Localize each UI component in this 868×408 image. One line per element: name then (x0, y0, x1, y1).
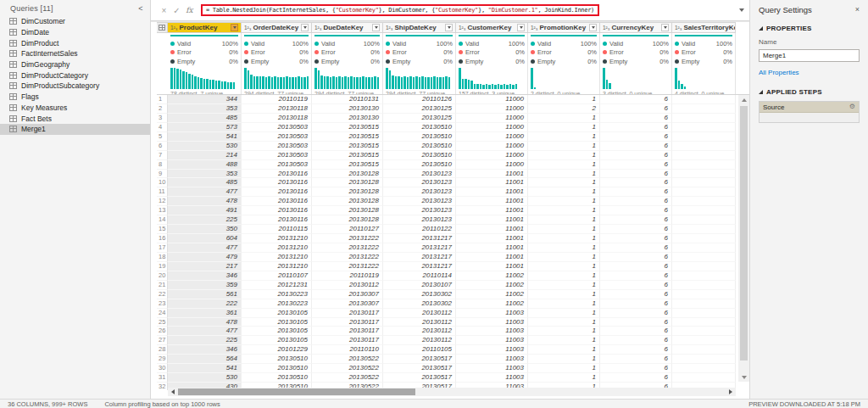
grid-cell[interactable]: 6 (600, 114, 672, 123)
grid-cell[interactable]: 6 (600, 178, 672, 187)
grid-cell[interactable]: 11001 (456, 243, 528, 253)
expand-formula-bar-icon[interactable] (739, 8, 744, 12)
grid-cell[interactable]: 20130510 (383, 123, 456, 132)
value-distribution-histogram[interactable] (603, 68, 669, 89)
sidebar-item-factinternetsales[interactable]: FactInternetSales (0, 48, 150, 59)
grid-cell[interactable] (672, 336, 736, 345)
grid-cell[interactable] (672, 151, 736, 160)
grid-cell[interactable]: 217 (168, 262, 242, 271)
column-header-DueDateKey[interactable]: 1²₃DueDateKey (312, 22, 383, 33)
grid-cell[interactable]: 6 (600, 281, 672, 290)
grid-cell[interactable]: 20130503 (242, 160, 312, 170)
grid-cell[interactable]: 6 (600, 104, 672, 114)
grid-cell[interactable]: 11000 (456, 160, 528, 170)
grid-cell[interactable]: 11001 (456, 215, 528, 225)
scroll-down-icon[interactable] (738, 372, 749, 382)
grid-cell[interactable] (672, 104, 736, 114)
grid-cell[interactable]: 477 (168, 187, 242, 197)
grid-cell[interactable]: 6 (600, 262, 672, 271)
grid-cell[interactable] (672, 123, 736, 132)
column-header-CustomerKey[interactable]: 1²₃CustomerKey (456, 22, 528, 33)
grid-cell[interactable]: 6 (600, 142, 672, 151)
grid-cell[interactable]: 1 (528, 290, 600, 299)
grid-cell[interactable]: 1 (528, 225, 600, 234)
grid-cell[interactable]: 20130130 (312, 114, 383, 123)
grid-cell[interactable]: 20130510 (242, 355, 312, 364)
grid-cell[interactable]: 6 (600, 345, 672, 355)
grid-cell[interactable]: 20130517 (383, 364, 456, 373)
grid-cell[interactable]: 1 (528, 271, 600, 281)
grid-cell[interactable]: 6 (600, 327, 672, 336)
grid-cell[interactable]: 6 (600, 132, 672, 142)
grid-cell[interactable] (672, 132, 736, 142)
grid-cell[interactable]: 20101229 (242, 345, 312, 355)
grid-cell[interactable]: 20130522 (312, 355, 383, 364)
grid-cell[interactable]: 20130503 (242, 151, 312, 160)
grid-cell[interactable]: 20130128 (312, 206, 383, 215)
horizontal-scrollbar[interactable] (168, 388, 736, 396)
grid-cell[interactable]: 1 (528, 132, 600, 142)
grid-cell[interactable]: 20130125 (383, 104, 456, 114)
grid-cell[interactable]: 20130123 (383, 170, 456, 179)
grid-cell[interactable]: 11000 (456, 114, 528, 123)
grid-cell[interactable]: 6 (600, 170, 672, 179)
grid-cell[interactable]: 11000 (456, 151, 528, 160)
grid-cell[interactable]: 11002 (456, 271, 528, 281)
grid-cell[interactable]: 20131217 (383, 243, 456, 253)
grid-cell[interactable]: 20130118 (242, 104, 312, 114)
grid-cell[interactable] (672, 253, 736, 262)
grid-cell[interactable]: 20131217 (383, 234, 456, 243)
grid-cell[interactable]: 20110114 (383, 271, 456, 281)
grid-cell[interactable]: 20130307 (312, 299, 383, 309)
grid-cell[interactable]: 6 (600, 151, 672, 160)
grid-cell[interactable] (672, 160, 736, 170)
grid-cell[interactable]: 20130116 (242, 170, 312, 179)
grid-cell[interactable]: 20121231 (242, 281, 312, 290)
grid-cell[interactable]: 20130515 (312, 151, 383, 160)
grid-cell[interactable]: 1 (528, 364, 600, 373)
grid-cell[interactable]: 20131210 (242, 262, 312, 271)
grid-cell[interactable]: 6 (600, 299, 672, 309)
grid-cell[interactable]: 20130112 (383, 336, 456, 345)
query-name-input[interactable] (759, 49, 860, 62)
grid-cell[interactable]: 530 (168, 373, 242, 383)
grid-cell[interactable]: 1 (528, 95, 600, 104)
collapse-pane-icon[interactable]: < (136, 4, 145, 13)
grid-cell[interactable]: 20110105 (383, 345, 456, 355)
grid-cell[interactable]: 1 (528, 309, 600, 318)
grid-cell[interactable]: 1 (528, 262, 600, 271)
grid-cell[interactable] (672, 364, 736, 373)
applied-steps-section-header[interactable]: APPLIED STEPS (759, 88, 860, 96)
grid-cell[interactable]: 11001 (456, 178, 528, 187)
grid-cell[interactable]: 6 (600, 234, 672, 243)
grid-cell[interactable]: 11001 (456, 206, 528, 215)
grid-cell[interactable] (672, 215, 736, 225)
grid-cell[interactable]: 6 (600, 373, 672, 383)
grid-cell[interactable]: 6 (600, 271, 672, 281)
fx-icon[interactable]: fx (183, 6, 196, 14)
grid-cell[interactable]: 1 (528, 243, 600, 253)
grid-cell[interactable]: 6 (600, 355, 672, 364)
grid-cell[interactable]: 20130223 (242, 290, 312, 299)
filter-dropdown-icon[interactable] (589, 24, 597, 31)
grid-cell[interactable]: 1 (528, 299, 600, 309)
grid-cell[interactable]: 11002 (456, 299, 528, 309)
sidebar-item-dimgeography[interactable]: DimGeography (0, 59, 150, 70)
grid-cell[interactable]: 11003 (456, 345, 528, 355)
grid-cell[interactable]: 20130107 (383, 281, 456, 290)
grid-cell[interactable]: 488 (168, 160, 242, 170)
grid-cell[interactable]: 1 (528, 215, 600, 225)
grid-cell[interactable]: 20130116 (242, 178, 312, 187)
grid-cell[interactable]: 1 (528, 327, 600, 336)
grid-cell[interactable] (672, 355, 736, 364)
grid-cell[interactable]: 11000 (456, 95, 528, 104)
grid-cell[interactable]: 6 (600, 309, 672, 318)
grid-cell[interactable]: 20110131 (312, 95, 383, 104)
grid-cell[interactable]: 20130302 (383, 290, 456, 299)
grid-cell[interactable]: 1 (528, 197, 600, 206)
grid-cell[interactable] (672, 318, 736, 327)
grid-cell[interactable] (672, 299, 736, 309)
grid-cell[interactable]: 11000 (456, 104, 528, 114)
close-icon[interactable]: × (855, 6, 860, 14)
grid-cell[interactable]: 11003 (456, 355, 528, 364)
